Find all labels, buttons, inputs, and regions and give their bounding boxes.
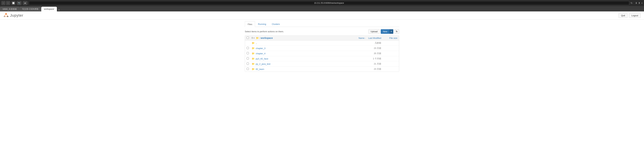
new-dropdown-button[interactable]: ▾ (390, 29, 393, 34)
jupyter-logo-text: Jupyter (10, 13, 23, 18)
nav-tabs: Files Running Clusters (245, 21, 399, 27)
camera-button[interactable]: 📷 (17, 1, 22, 5)
file-list-header: Select items to perform actions on them.… (245, 29, 399, 34)
back-button[interactable]: ‹ (1, 1, 5, 5)
row-checkbox-4 (247, 63, 252, 65)
file-link[interactable]: py_2_java_test (256, 63, 270, 65)
new-button[interactable]: New (381, 29, 390, 34)
row-modified-3: 1 个月前 (364, 57, 384, 60)
row-checkbox[interactable] (247, 68, 249, 70)
row-checkbox[interactable] (247, 63, 249, 65)
jupyter-logo-icon (3, 13, 9, 18)
jupyter-logo: Jupyter (3, 13, 23, 18)
row-modified-5: 23 天前 (364, 68, 384, 71)
file-link[interactable]: tf2_learn (256, 68, 264, 70)
upload-button[interactable]: Upload (368, 29, 380, 34)
table-row: 📁 py_2_java_test 21 天前 (245, 61, 399, 67)
breadcrumb-workspace-link[interactable]: workspace (260, 37, 273, 39)
breadcrumb-separator: / (260, 37, 260, 39)
row-name-5: tf2_learn (255, 68, 364, 70)
tab-csdn[interactable]: 写文章-CSDN博客 (20, 7, 41, 12)
breadcrumb: 📁 / workspace (254, 37, 358, 39)
download-button[interactable]: ⬇ (635, 2, 637, 4)
logout-button[interactable]: Logout (629, 13, 641, 18)
folder-icon: 📁 (252, 57, 255, 60)
browser-actions: ⬇ ⬆ + (635, 2, 643, 4)
count-number: 0 (252, 37, 253, 39)
svg-point-0 (5, 13, 7, 15)
file-table: 0 ▾ 📁 / workspace Name ↓ Last Modified F… (245, 36, 399, 72)
ae-button[interactable]: æ (23, 1, 28, 5)
row-checkbox[interactable] (247, 52, 249, 54)
forward-button[interactable]: › (6, 1, 10, 5)
sort-size-header[interactable]: File size (384, 37, 397, 39)
tab-workspace[interactable]: workspace/ (41, 7, 57, 12)
reload-button[interactable]: ↻ (630, 2, 632, 4)
file-rows: 📁 .. 几秒前 📁 chapter_3 23 天前 📁 chapter_4 2… (245, 41, 399, 72)
folder-icon: 📁 (252, 52, 255, 55)
table-row: 📁 chapter_4 20 天前 (245, 51, 399, 56)
new-tab-button[interactable]: + (57, 9, 61, 12)
quit-button[interactable]: Quit (618, 13, 628, 18)
address-bar[interactable]: 10.211.55.8:6006/tree/workspace (29, 1, 629, 5)
row-modified-1: 23 天前 (364, 47, 384, 50)
more-button[interactable]: + (641, 2, 643, 4)
row-name-1: chapter_3 (255, 47, 364, 50)
row-checkbox-2 (247, 52, 252, 55)
row-modified-4: 21 天前 (364, 62, 384, 65)
nav-buttons: ‹ › (1, 1, 10, 5)
row-name-0: .. (255, 42, 364, 44)
row-checkbox-3 (247, 57, 252, 60)
window-button[interactable]: ⬜ (12, 1, 16, 5)
table-row: 📁 tf2_learn 23 天前 (245, 67, 399, 72)
new-button-group: New ▾ (381, 29, 393, 34)
row-name-4: py_2_java_test (255, 63, 364, 65)
file-table-header: 0 ▾ 📁 / workspace Name ↓ Last Modified F… (245, 36, 399, 41)
row-checkbox-1 (247, 47, 252, 50)
breadcrumb-folder-icon: 📁 (256, 37, 259, 39)
sort-name-header[interactable]: Name ↓ (358, 37, 366, 39)
table-row: 📁 .. 几秒前 (245, 41, 399, 46)
row-checkbox[interactable] (247, 47, 249, 49)
row-name-2: chapter_4 (255, 52, 364, 55)
header-checkbox (247, 37, 252, 39)
share-button[interactable]: ⬆ (638, 2, 640, 4)
file-actions: Upload New ▾ ↻ (368, 29, 399, 34)
sort-modified-header[interactable]: Last Modified (368, 37, 381, 39)
sort-arrow-icon: ↓ (365, 37, 366, 39)
row-name-3: py3_tf2_face (255, 58, 364, 60)
tab-running[interactable]: Running (255, 21, 269, 27)
header-buttons: Quit Logout (618, 13, 641, 18)
tabs-bar: bilibili_百度搜索 写文章-CSDN博客 workspace/ + (0, 6, 644, 12)
jupyter-header: Jupyter Quit Logout (0, 12, 644, 20)
svg-point-3 (4, 15, 8, 17)
folder-icon: 📁 (252, 63, 255, 65)
folder-icon: 📁 (252, 47, 255, 50)
row-checkbox[interactable] (247, 57, 249, 60)
file-link[interactable]: py3_tf2_face (256, 58, 268, 60)
folder-icon: 📁 (252, 42, 255, 44)
browser-chrome: ‹ › ⬜ 📷 æ 10.211.55.8:6006/tree/workspac… (0, 0, 644, 6)
tab-files[interactable]: Files (245, 21, 255, 27)
main-content: Files Running Clusters Select items to p… (242, 20, 402, 73)
table-row: 📁 py3_tf2_face 1 个月前 (245, 56, 399, 61)
file-link[interactable]: chapter_3 (256, 47, 266, 50)
tab-bilibili[interactable]: bilibili_百度搜索 (0, 7, 20, 12)
parent-dir-name: .. (256, 42, 257, 44)
select-info: Select items to perform actions on them. (245, 30, 284, 33)
count-col: 0 ▾ (252, 37, 254, 39)
file-link[interactable]: chapter_4 (256, 52, 266, 55)
folder-icon: 📁 (252, 68, 255, 70)
refresh-button[interactable]: ↻ (394, 29, 399, 34)
row-checkbox-5 (247, 68, 252, 70)
row-modified-0: 几秒前 (364, 42, 384, 45)
select-all-checkbox[interactable] (247, 37, 249, 39)
address-text: 10.211.55.8:6006/tree/workspace (314, 2, 344, 4)
tab-clusters[interactable]: Clusters (269, 21, 283, 27)
table-row: 📁 chapter_3 23 天前 (245, 46, 399, 51)
row-modified-2: 20 天前 (364, 52, 384, 55)
